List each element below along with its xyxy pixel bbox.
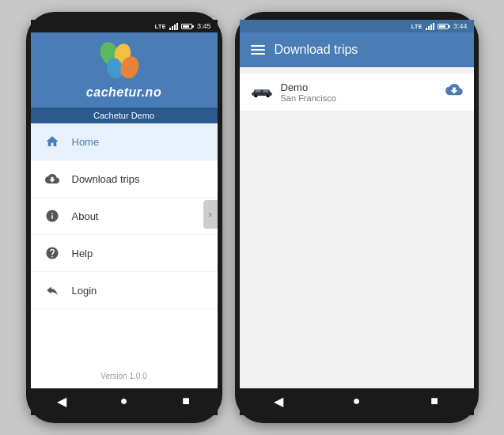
nav-label-home: Home [72, 136, 100, 148]
download-cloud-icon[interactable] [445, 83, 463, 101]
hamburger-button[interactable] [251, 45, 265, 55]
help-icon [44, 244, 61, 262]
bottom-nav: ◀ ● ■ [31, 388, 218, 415]
trip-list: Demo San Francisco [240, 74, 474, 112]
app-logo [93, 42, 156, 85]
left-status-bar: LTE 3:45 [31, 20, 218, 32]
nav-menu: Home Download trips About [31, 123, 218, 388]
trip-name: Demo [281, 81, 438, 93]
content-area [240, 112, 474, 388]
lte-indicator-right: LTE [411, 24, 423, 29]
home-button[interactable]: ● [112, 393, 135, 409]
nav-item-about[interactable]: About [31, 198, 218, 235]
back-button[interactable]: ◀ [51, 393, 73, 409]
home-icon [44, 133, 61, 150]
user-bar: Cachetur Demo [31, 108, 218, 123]
drawer-handle[interactable]: › [203, 200, 218, 229]
left-screen: cachetur.no Cachetur Demo Home Download … [31, 32, 218, 388]
trip-info: Demo San Francisco [281, 81, 438, 103]
page-header: Download trips [240, 32, 474, 67]
cloud-download-icon [44, 170, 61, 187]
right-status-bar: LTE 3:44 [240, 20, 474, 32]
info-icon [44, 207, 61, 225]
nav-item-login[interactable]: Login [31, 272, 218, 309]
lte-indicator: LTE [155, 24, 166, 29]
svg-rect-3 [255, 89, 260, 93]
recents-button[interactable]: ■ [175, 393, 197, 409]
battery-icon [181, 24, 194, 29]
signal-bars-right [426, 22, 434, 30]
login-icon [44, 282, 61, 299]
nav-label-about: About [72, 210, 99, 222]
battery-icon-right [438, 24, 450, 29]
right-phone: LTE 3:44 Download trips [235, 12, 479, 423]
status-time-right: 3:44 [453, 22, 468, 30]
signal-bars [169, 22, 178, 30]
status-time: 3:45 [197, 22, 211, 30]
nav-item-download-trips[interactable]: Download trips [31, 161, 218, 198]
trip-location: San Francisco [281, 93, 438, 103]
nav-spacer [31, 309, 218, 364]
app-header: cachetur.no [31, 32, 218, 108]
app-name: cachetur.no [86, 85, 161, 100]
user-name: Cachetur Demo [93, 111, 154, 120]
bottom-nav-right: ◀ ● ■ [240, 388, 474, 415]
svg-rect-4 [263, 89, 268, 93]
nav-item-help[interactable]: Help [31, 235, 218, 272]
home-button-right[interactable]: ● [345, 393, 367, 409]
version-text: Version 1.0.0 [31, 364, 218, 388]
nav-label-help: Help [72, 248, 93, 259]
car-icon [251, 83, 273, 101]
right-screen: Download trips Demo San Franci [240, 32, 474, 388]
back-button-right[interactable]: ◀ [267, 393, 290, 409]
left-phone: LTE 3:45 cachetur.no Cachetur Demo [26, 12, 222, 423]
page-title: Download trips [275, 43, 463, 57]
trip-item[interactable]: Demo San Francisco [240, 74, 474, 112]
nav-item-home[interactable]: Home [31, 123, 218, 161]
recents-button-right[interactable]: ■ [423, 393, 445, 409]
nav-label-download: Download trips [72, 173, 140, 185]
nav-label-login: Login [72, 285, 97, 297]
